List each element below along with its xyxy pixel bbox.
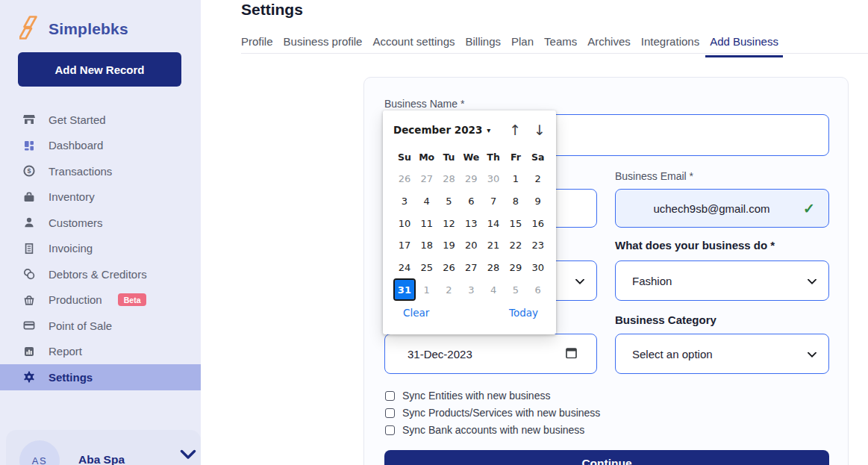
- calendar-day[interactable]: 8: [505, 190, 527, 213]
- calendar-day[interactable]: 27: [416, 168, 438, 190]
- checkbox-label: Sync Products/Services with new business: [402, 407, 600, 419]
- checkbox-label: Sync Entities with new business: [402, 390, 550, 402]
- settings-tabs: Profile Business profile Account setting…: [241, 35, 778, 54]
- calendar-day[interactable]: 30: [527, 257, 549, 279]
- calendar-day[interactable]: 28: [438, 168, 460, 190]
- tab-billings[interactable]: Billings: [465, 35, 501, 54]
- continue-button[interactable]: Continue: [384, 450, 829, 465]
- calendar-day[interactable]: 6: [460, 190, 482, 213]
- beta-badge: Beta: [118, 293, 147, 306]
- valid-check-icon: ✓: [803, 200, 815, 217]
- tab-profile[interactable]: Profile: [241, 35, 273, 54]
- tab-account-settings[interactable]: Account settings: [372, 35, 455, 54]
- calendar-day[interactable]: 13: [460, 212, 482, 234]
- sync-products-checkbox[interactable]: [385, 408, 395, 418]
- calendar-day[interactable]: 30: [482, 168, 505, 190]
- sidebar-item-transactions[interactable]: $ Transactions: [0, 158, 201, 184]
- calendar-icon[interactable]: [566, 347, 577, 361]
- calendar-day[interactable]: 26: [438, 257, 460, 279]
- calendar-day[interactable]: 4: [482, 278, 505, 301]
- business-do-select[interactable]: Fashion: [615, 260, 829, 301]
- calendar-day[interactable]: 11: [416, 212, 438, 234]
- calendar-day[interactable]: 24: [393, 257, 416, 279]
- weekday-label: Mo: [416, 152, 438, 163]
- sidebar-item-get-started[interactable]: Get Started: [0, 107, 201, 133]
- calendar-day[interactable]: 22: [505, 234, 527, 257]
- sidebar-item-report[interactable]: Report: [0, 339, 201, 365]
- tab-plan[interactable]: Plan: [511, 35, 534, 54]
- calendar-day[interactable]: 3: [460, 278, 482, 301]
- chevron-down-icon: [808, 275, 817, 287]
- calendar-day[interactable]: 20: [460, 234, 482, 257]
- sync-entities-checkbox[interactable]: [385, 391, 395, 401]
- calendar-day[interactable]: 15: [505, 212, 527, 234]
- clear-link[interactable]: Clear: [403, 307, 429, 319]
- tab-add-business[interactable]: Add Business: [710, 35, 778, 54]
- sidebar-item-dashboard[interactable]: Dashboard: [0, 133, 201, 159]
- calendar-day[interactable]: 3: [393, 190, 416, 213]
- tab-business-profile[interactable]: Business profile: [284, 35, 363, 54]
- sync-entities-row: Sync Entities with new business: [385, 390, 550, 402]
- calendar-day[interactable]: 27: [460, 257, 482, 279]
- business-category-select[interactable]: Select an option: [615, 334, 829, 374]
- sidebar-item-settings[interactable]: Settings: [0, 364, 201, 390]
- add-new-record-button[interactable]: Add New Record: [18, 52, 181, 87]
- sidebar-item-production[interactable]: Production Beta: [0, 287, 201, 313]
- tab-archives[interactable]: Archives: [587, 35, 631, 54]
- month-selector[interactable]: December 2023: [393, 124, 482, 136]
- calendar-day[interactable]: 5: [438, 190, 460, 213]
- weekday-label: We: [460, 152, 482, 163]
- calendar-day[interactable]: 9: [527, 190, 549, 213]
- calendar-day[interactable]: 2: [438, 278, 460, 301]
- calendar-day[interactable]: 19: [438, 234, 460, 257]
- next-month-arrow-icon[interactable]: ↓: [534, 123, 546, 137]
- business-switcher[interactable]: AS Aba Spa: [6, 430, 201, 465]
- sync-bank-checkbox[interactable]: [385, 425, 395, 435]
- calendar-day[interactable]: 16: [527, 212, 549, 234]
- sidebar-item-label: Customers: [49, 216, 103, 229]
- brand-logo: Simplebks: [0, 0, 201, 43]
- calendar-day[interactable]: 2: [527, 168, 549, 190]
- sidebar-item-label: Get Started: [49, 113, 106, 126]
- calendar-day[interactable]: 1: [416, 278, 438, 301]
- calendar-day[interactable]: 6: [527, 278, 549, 301]
- calendar-day[interactable]: 12: [438, 212, 460, 234]
- calendar-day[interactable]: 25: [416, 257, 438, 279]
- sidebar-item-point-of-sale[interactable]: Point of Sale: [0, 313, 201, 339]
- calendar-day[interactable]: 4: [416, 190, 438, 213]
- business-email-input[interactable]: uchech9sb@gmail.com ✓: [615, 189, 829, 228]
- avatar: AS: [19, 440, 60, 465]
- card-icon: [22, 319, 36, 332]
- sidebar-item-label: Settings: [49, 371, 93, 384]
- calendar-day[interactable]: 5: [505, 278, 527, 301]
- business-name-label: Business Name *: [384, 98, 464, 110]
- tabs-divider: [241, 53, 868, 54]
- previous-month-arrow-icon[interactable]: ↑: [509, 123, 521, 137]
- sidebar-item-invoicing[interactable]: Invoicing: [0, 236, 201, 262]
- calendar-day[interactable]: 14: [482, 212, 505, 234]
- calendar-day[interactable]: 7: [482, 190, 505, 213]
- calendar-day[interactable]: 28: [482, 257, 505, 279]
- date-value: 31-Dec-2023: [408, 348, 472, 361]
- sidebar-item-customers[interactable]: Customers: [0, 210, 201, 236]
- calendar-header: December 2023 ▾ ↑ ↓: [393, 120, 546, 140]
- calendar-day[interactable]: 1: [505, 168, 527, 190]
- calendar-day[interactable]: 10: [393, 212, 416, 234]
- calendar-nav: ↑ ↓: [509, 123, 546, 137]
- calendar-day-selected[interactable]: 31: [395, 280, 414, 299]
- calendar-day[interactable]: 17: [393, 234, 416, 257]
- calendar-day[interactable]: 23: [527, 234, 549, 257]
- chevron-down-icon[interactable]: [180, 449, 196, 463]
- sidebar-item-inventory[interactable]: Inventory: [0, 184, 201, 210]
- tab-teams[interactable]: Teams: [544, 35, 577, 54]
- today-link[interactable]: Today: [509, 307, 538, 319]
- calendar-day[interactable]: 21: [482, 234, 505, 257]
- calendar-day[interactable]: 29: [505, 257, 527, 279]
- tab-integrations[interactable]: Integrations: [641, 35, 699, 54]
- business-email-label: Business Email *: [615, 170, 693, 182]
- date-input[interactable]: 31-Dec-2023: [384, 334, 597, 374]
- calendar-day[interactable]: 26: [393, 168, 416, 190]
- calendar-day[interactable]: 29: [460, 168, 482, 190]
- calendar-day[interactable]: 18: [416, 234, 438, 257]
- sidebar-item-debtors-creditors[interactable]: Debtors & Creditors: [0, 261, 201, 287]
